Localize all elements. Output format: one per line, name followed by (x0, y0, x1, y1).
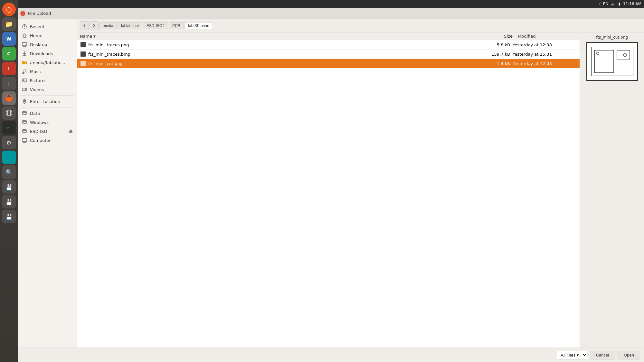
column-modified[interactable]: Modified (513, 34, 577, 39)
file-size-2: 1.4 kB (480, 61, 513, 66)
taskbar-icon-ubuntu[interactable]: ◯ (2, 3, 16, 16)
sidebar-item-media[interactable]: /media/fablabc... (18, 58, 77, 67)
sidebar-item-desktop[interactable]: Desktop (18, 40, 77, 49)
file-icon-1 (80, 51, 86, 57)
nav-back-button[interactable] (80, 21, 89, 30)
svg-rect-15 (22, 88, 25, 91)
video-icon (22, 87, 27, 92)
eject-icon[interactable] (69, 129, 73, 134)
location-icon (22, 98, 27, 104)
taskbar-icon-firefox[interactable] (2, 91, 16, 105)
sidebar-item-computer-label: Computer (30, 138, 51, 143)
file-filter-select[interactable]: All Files ▾ (557, 351, 587, 359)
taskbar-icon-impress[interactable]: I (2, 62, 16, 75)
file-row-1[interactable]: fts_mini_traces.bmp 159.7 kB Yesterday a… (77, 50, 580, 59)
taskbar-icon-network[interactable] (2, 106, 16, 120)
svg-rect-24 (69, 132, 72, 133)
taskbar-icon-calc[interactable]: C (2, 47, 16, 60)
taskbar-icon-magnify[interactable]: 🔍 (2, 165, 16, 179)
column-size-label: Size (504, 34, 513, 39)
drive-icon-windows (22, 119, 27, 125)
tray-battery-icon: ▮ (618, 2, 620, 6)
taskbar-icon-arduino[interactable]: ∞ (2, 151, 16, 164)
sidebar-separator-1 (20, 95, 74, 96)
dialog-title: File Upload (28, 11, 51, 16)
drive-icon-esd-iso (22, 128, 27, 134)
file-name-0: fts_mini_traces.png (88, 42, 480, 47)
taskbar: ◯ 📁 W C I ⋮ >_ ⚙ ∞ 🔍 💾 💾 💾 (0, 0, 18, 362)
breadcrumb-tab-pcb[interactable]: PCB (169, 22, 184, 29)
sidebar-item-recent-label: Recent (30, 24, 44, 29)
open-button[interactable]: Open (618, 351, 640, 359)
column-name[interactable]: Name ▾ (80, 34, 480, 39)
file-list-header: Name ▾ Size Modified (77, 32, 580, 40)
bottom-bar: All Files ▾ Cancel Open (18, 348, 644, 362)
sidebar-item-home-label: Home (30, 33, 42, 38)
taskbar-icon-drive3[interactable]: 💾 (2, 210, 16, 223)
computer-icon (22, 137, 27, 143)
sidebar-item-downloads[interactable]: Downloads (18, 49, 77, 58)
file-upload-dialog: File Upload Recent (18, 8, 644, 362)
column-name-label: Name (80, 34, 92, 39)
breadcrumb-tab-fabisp-brian[interactable]: fabISP brian (185, 22, 213, 29)
sidebar-item-media-label: /media/fablabc... (30, 60, 65, 65)
svg-rect-25 (22, 138, 27, 142)
download-icon (22, 51, 27, 56)
bottom-buttons: Cancel Open (590, 351, 640, 359)
preview-image (586, 42, 638, 81)
svg-marker-23 (69, 129, 72, 132)
sidebar-item-music-label: Music (30, 69, 42, 74)
sidebar-item-recent[interactable]: Recent (18, 22, 77, 31)
dialog-titlebar: File Upload (18, 8, 644, 19)
taskbar-icon-settings[interactable]: ⚙ (2, 136, 16, 149)
file-icon-0 (80, 42, 86, 48)
preview-panel: fts_mini_cut.png (580, 32, 644, 348)
sidebar-item-pictures[interactable]: Pictures (18, 76, 77, 85)
sidebar-item-enter-location-label: Enter Location (30, 99, 60, 104)
sidebar-item-pictures-label: Pictures (30, 78, 46, 83)
sidebar-item-data-label: Data (30, 111, 40, 116)
taskbar-icon-files[interactable]: 📁 (2, 17, 16, 31)
sidebar-item-downloads-label: Downloads (30, 51, 53, 56)
file-list: fts_mini_traces.png 5.8 kB Yesterday at … (77, 40, 580, 348)
taskbar-icon-terminal[interactable]: >_ (2, 121, 16, 135)
column-size[interactable]: Size (480, 34, 513, 39)
preview-filename: fts_mini_cut.png (596, 35, 628, 40)
taskbar-icon-apps[interactable]: ⋮ (2, 77, 16, 90)
breadcrumb-tab-fablabcept[interactable]: fablabcept (118, 22, 142, 29)
sidebar-item-windows[interactable]: Windows (18, 118, 77, 127)
breadcrumb-tab-esd-iso2[interactable]: ESD-ISO2 (143, 22, 168, 29)
file-row-2[interactable]: fts_mini_cut.png 1.4 kB Yesterday at 12:… (77, 59, 580, 68)
sidebar-item-esd-iso-label: ESD-ISO (30, 129, 47, 134)
taskbar-icon-drive1[interactable]: 💾 (2, 180, 16, 194)
close-button[interactable] (20, 11, 25, 16)
sidebar-item-computer[interactable]: Computer (18, 136, 77, 145)
file-modified-2: Yesterday at 12:08 (513, 61, 577, 66)
folder-icon (22, 60, 27, 65)
sidebar-item-videos-label: Videos (30, 87, 44, 92)
titlebar-buttons (20, 11, 25, 16)
nav-forward-button[interactable] (90, 21, 99, 30)
sidebar-item-music[interactable]: Music (18, 67, 77, 76)
dialog-body: Recent Home (18, 19, 644, 348)
cancel-button[interactable]: Cancel (590, 351, 615, 359)
sidebar-item-enter-location[interactable]: Enter Location (18, 97, 77, 106)
taskbar-icon-writer[interactable]: W (2, 32, 16, 46)
clock-icon (22, 23, 27, 29)
sidebar-item-esd-iso[interactable]: ESD-ISO (18, 127, 77, 136)
file-size-0: 5.8 kB (480, 42, 513, 47)
home-icon (22, 32, 27, 38)
tray-volume-icon: 🔈 (611, 2, 616, 6)
file-size-1: 159.7 kB (480, 52, 513, 57)
tray-keyboard-icon: EN (603, 2, 609, 6)
breadcrumb-tab-media[interactable]: media (99, 22, 117, 29)
column-modified-label: Modified (518, 34, 535, 39)
sidebar-item-data[interactable]: Data (18, 109, 77, 118)
file-row-0[interactable]: fts_mini_traces.png 5.8 kB Yesterday at … (77, 40, 580, 50)
sidebar-item-videos[interactable]: Videos (18, 85, 77, 94)
sidebar-item-home[interactable]: Home (18, 31, 77, 40)
system-tray: 〈 EN 🔈 ▮ 11:16 AM (18, 0, 644, 8)
taskbar-icon-drive2[interactable]: 💾 (2, 195, 16, 209)
breadcrumb-bar: media fablabcept ESD-ISO2 PCB fabISP bri… (77, 19, 644, 32)
svg-rect-29 (591, 47, 633, 76)
